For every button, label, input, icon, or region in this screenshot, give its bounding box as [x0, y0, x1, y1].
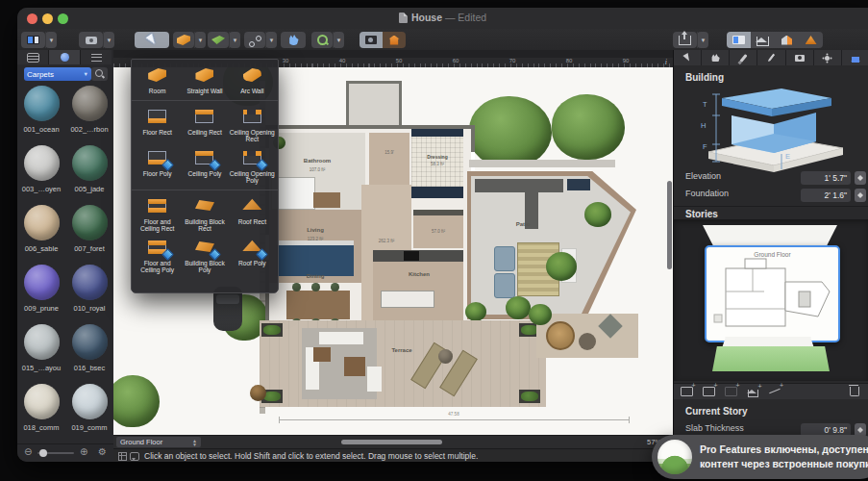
swatch-thumb[interactable] [72, 384, 108, 419]
tab-building[interactable] [842, 50, 868, 65]
grid-icon[interactable] [118, 452, 127, 461]
auxiliaries-dropdown[interactable]: ▼ [265, 32, 277, 48]
swatch-thumb[interactable] [72, 265, 108, 300]
elevation-stepper[interactable] [855, 171, 866, 185]
add-story-below-button[interactable] [677, 386, 696, 397]
bathroom-vanity[interactable] [313, 192, 340, 208]
tool-ceiling-opening-rect[interactable]: Ceiling Opening Rect [229, 104, 276, 145]
swatch-thumb[interactable] [24, 205, 60, 240]
tree[interactable] [552, 94, 625, 160]
slider-knob[interactable] [39, 449, 47, 457]
patio-lounger[interactable] [494, 246, 515, 271]
swatch-item[interactable]: 006_sable [17, 205, 65, 265]
swatch-item[interactable]: 005_jade [65, 145, 113, 205]
tab-materials[interactable] [730, 50, 757, 65]
dining-chair[interactable] [331, 283, 339, 291]
duplicate-story-button[interactable] [721, 386, 740, 397]
info-icon[interactable]: i [665, 58, 667, 66]
view-mode-elevation-button[interactable] [751, 32, 775, 48]
swatch-item[interactable]: 016_bsec [65, 324, 113, 384]
planter-box[interactable] [261, 323, 283, 337]
tab-arrange[interactable] [674, 50, 702, 65]
tool-floor-poly[interactable]: Floor Poly [134, 145, 181, 187]
view-dropdown[interactable]: ▼ [45, 32, 57, 48]
outdoor-grill[interactable] [567, 179, 590, 190]
view-button[interactable] [21, 32, 45, 48]
swatch-thumb[interactable] [24, 384, 60, 419]
add-roof-button[interactable] [765, 386, 784, 397]
zoom-dropdown[interactable]: ▼ [333, 32, 344, 48]
trash-icon[interactable] [850, 387, 859, 396]
tree[interactable] [113, 375, 160, 427]
story-card-terrain[interactable] [712, 346, 830, 371]
palm-plant[interactable] [465, 302, 486, 321]
palm-plant[interactable] [584, 202, 611, 227]
tool-floor-rect[interactable]: Floor Rect [134, 104, 181, 145]
coffee-table[interactable] [313, 347, 331, 362]
add-story-above-button[interactable] [699, 386, 718, 397]
elevation-value[interactable]: 1' 5.7" [801, 171, 851, 185]
story-card-ground-floor[interactable]: Ground Floor [705, 245, 840, 342]
tool-ceiling-poly[interactable]: Ceiling Poly [181, 145, 228, 187]
zoom-out-icon[interactable]: ⊖ [24, 446, 32, 457]
swatch-item[interactable]: 019_comm [65, 384, 113, 443]
tool-floor-and-ceiling-rect[interactable]: Floor and Ceiling Rect [134, 193, 181, 235]
zoom-in-icon[interactable]: ⊕ [80, 446, 87, 457]
horizontal-scrollbar[interactable] [341, 440, 442, 444]
porch[interactable] [346, 81, 402, 131]
fire-pit[interactable] [579, 333, 596, 350]
patio-lounger[interactable] [494, 273, 515, 298]
site-tool-button[interactable] [208, 32, 229, 48]
palm-plant[interactable] [506, 296, 531, 319]
share-dropdown[interactable]: ▼ [697, 32, 708, 48]
tab-object[interactable] [702, 50, 730, 65]
swatch-thumb[interactable] [24, 86, 60, 121]
tab-light[interactable] [814, 50, 842, 65]
auxiliaries-tool-button[interactable] [244, 32, 265, 48]
gear-icon[interactable]: ⚙ [98, 446, 107, 457]
pouf[interactable] [438, 349, 453, 364]
outdoor-sofa[interactable] [319, 332, 363, 344]
wardrobe[interactable] [411, 187, 463, 198]
tab-camera[interactable] [786, 50, 814, 65]
palm-plant[interactable] [529, 304, 552, 325]
palm-plant[interactable] [546, 252, 577, 281]
swatch-item[interactable]: 009_prune [17, 265, 65, 324]
garden-path[interactable] [536, 314, 638, 358]
swatch-thumb[interactable] [72, 205, 108, 240]
tool-floor-and-ceiling-poly[interactable]: Floor and Ceiling Poly [134, 235, 181, 276]
tool-arc-wall[interactable]: Arc Wall [229, 63, 276, 97]
tab-furniture[interactable] [17, 50, 49, 64]
building-dropdown[interactable]: ▼ [194, 32, 206, 48]
representation-3d-button[interactable] [383, 32, 406, 48]
hall-top[interactable] [369, 133, 409, 185]
thumbnail-size-slider[interactable] [37, 452, 74, 454]
tab-materials[interactable] [49, 50, 81, 64]
tool-straight-wall[interactable]: Straight Wall [181, 63, 228, 97]
wooden-table[interactable] [546, 321, 575, 350]
planter-box[interactable] [519, 390, 540, 403]
kitchen-stove[interactable] [404, 251, 419, 261]
pan-tool-button[interactable] [281, 32, 306, 48]
zoom-tool-button[interactable] [311, 32, 333, 48]
swatch-item[interactable]: 007_foret [65, 205, 113, 265]
search-button[interactable] [91, 67, 108, 81]
tool-ceiling-opening-poly[interactable]: Ceiling Opening Poly [229, 145, 276, 187]
view-mode-2d-button[interactable] [727, 32, 751, 48]
building[interactable]: Bathroom 107.0 ft² 15.9' Dressing 58.3 f… [265, 125, 475, 330]
site-dropdown[interactable]: ▼ [229, 32, 240, 48]
share-button[interactable] [673, 32, 697, 48]
story-card-upper[interactable] [703, 225, 837, 246]
vertical-scrollbar[interactable] [667, 181, 672, 269]
swatch-thumb[interactable] [24, 145, 60, 181]
outdoor-chair[interactable] [367, 367, 382, 392]
stone-pad[interactable] [598, 314, 622, 338]
swatch-thumb[interactable] [72, 145, 108, 181]
swatch-thumb[interactable] [72, 324, 108, 360]
view-mode-roof-button[interactable] [799, 32, 823, 48]
tool-ceiling-rect[interactable]: Ceiling Rect [181, 104, 228, 145]
room-terrace[interactable]: Terrace [260, 320, 546, 407]
swatch-item[interactable]: 015_…ayou [17, 324, 65, 384]
outdoor-kitchen-counter[interactable] [475, 179, 563, 192]
foundation-stepper[interactable] [855, 189, 866, 202]
